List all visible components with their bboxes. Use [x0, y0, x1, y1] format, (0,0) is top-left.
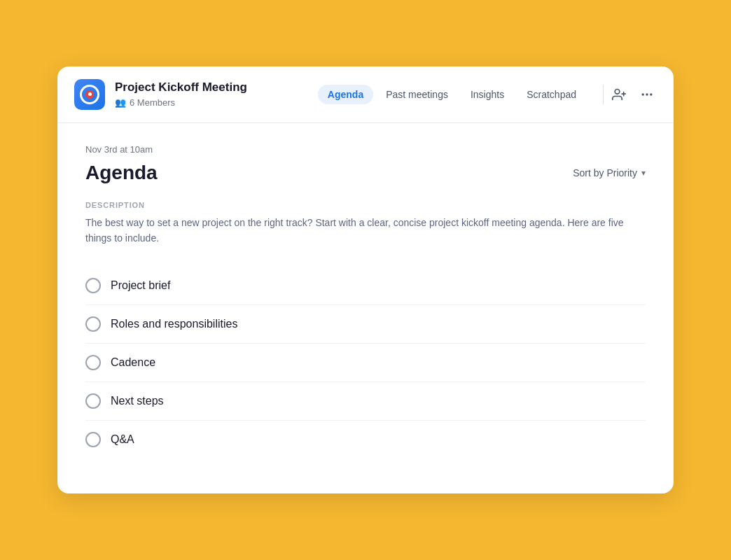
sort-control[interactable]: Sort by Priority ▾: [573, 167, 646, 178]
header-actions: [609, 85, 657, 104]
agenda-list: Project brief Roles and responsibilities…: [85, 267, 646, 458]
agenda-heading: Agenda: [85, 162, 158, 184]
agenda-item-label-5: Q&A: [111, 433, 134, 446]
meeting-date: Nov 3rd at 10am: [85, 144, 646, 155]
app-icon-inner: [80, 85, 99, 104]
svg-point-0: [615, 89, 620, 94]
add-member-button[interactable]: [609, 85, 629, 104]
tab-scratchpad[interactable]: Scratchpad: [517, 85, 586, 104]
agenda-item-label-2: Roles and responsibilities: [111, 318, 237, 330]
header: Project Kickoff Meeting 👥 6 Members Agen…: [57, 66, 674, 123]
svg-point-3: [642, 93, 644, 95]
agenda-item-checkbox-2[interactable]: [85, 316, 101, 332]
members-count: 6 Members: [130, 97, 175, 108]
more-options-button[interactable]: [637, 85, 657, 104]
app-icon: [74, 79, 105, 110]
description-section: DESCRIPTION The best way to set a new pr…: [85, 201, 646, 246]
sort-chevron-icon: ▾: [641, 168, 646, 178]
agenda-item-label-3: Cadence: [111, 356, 155, 369]
sort-label: Sort by Priority: [573, 167, 637, 178]
description-text: The best way to set a new project on the…: [85, 215, 646, 246]
agenda-item[interactable]: Project brief: [85, 267, 646, 305]
header-divider: [603, 85, 604, 104]
nav-tabs: Agenda Past meetings Insights Scratchpad: [318, 85, 586, 104]
agenda-item[interactable]: Roles and responsibilities: [85, 305, 646, 344]
agenda-item[interactable]: Next steps: [85, 382, 646, 421]
agenda-item-checkbox-1[interactable]: [85, 278, 101, 293]
agenda-item[interactable]: Q&A: [85, 421, 646, 458]
tab-agenda[interactable]: Agenda: [318, 85, 373, 104]
agenda-item[interactable]: Cadence: [85, 344, 646, 382]
agenda-item-checkbox-5[interactable]: [85, 432, 101, 447]
members-icon: 👥: [115, 97, 126, 108]
agenda-item-label-4: Next steps: [111, 395, 164, 407]
title-section: Project Kickoff Meeting 👥 6 Members: [115, 80, 318, 107]
tab-insights[interactable]: Insights: [461, 85, 514, 104]
main-card: Project Kickoff Meeting 👥 6 Members Agen…: [57, 66, 674, 494]
agenda-heading-row: Agenda Sort by Priority ▾: [85, 162, 646, 184]
agenda-item-checkbox-4[interactable]: [85, 393, 101, 409]
agenda-item-checkbox-3[interactable]: [85, 355, 101, 370]
meeting-title: Project Kickoff Meeting: [115, 80, 318, 94]
tab-past-meetings[interactable]: Past meetings: [376, 85, 458, 104]
agenda-item-label-1: Project brief: [111, 279, 170, 292]
members-row: 👥 6 Members: [115, 97, 318, 108]
main-content: Nov 3rd at 10am Agenda Sort by Priority …: [57, 123, 674, 494]
svg-point-5: [650, 93, 652, 95]
svg-point-4: [646, 93, 648, 95]
description-label: DESCRIPTION: [85, 201, 646, 209]
